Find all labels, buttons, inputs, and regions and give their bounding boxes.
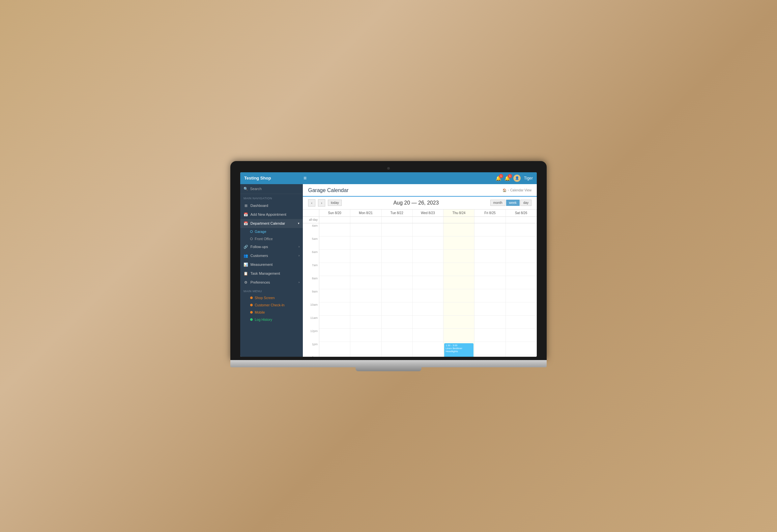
calendar-cell[interactable] bbox=[319, 250, 350, 263]
sidebar-item-add-appointment[interactable]: 📅 Add New Appointment bbox=[240, 210, 303, 219]
calendar-cell[interactable] bbox=[506, 276, 537, 289]
calendar-cell[interactable] bbox=[350, 289, 381, 302]
calendar-cell[interactable] bbox=[350, 329, 381, 342]
sidebar-item-customer-checkin[interactable]: Customer Check-In bbox=[240, 301, 303, 309]
calendar-cell[interactable] bbox=[381, 276, 413, 289]
sidebar-item-preferences[interactable]: ⚙ Preferences › bbox=[240, 278, 303, 287]
calendar-cell[interactable] bbox=[350, 315, 381, 329]
sidebar-item-dashboard[interactable]: ⊞ Dashboard bbox=[240, 201, 303, 210]
sidebar-item-measurement[interactable]: 📊 Measurement bbox=[240, 260, 303, 269]
calendar-cell[interactable] bbox=[319, 342, 350, 355]
calendar-cell[interactable] bbox=[319, 302, 350, 315]
sidebar-sub-item-garage[interactable]: Garage bbox=[240, 228, 303, 235]
calendar-cell[interactable] bbox=[413, 355, 444, 357]
week-view-button[interactable]: week bbox=[506, 200, 520, 206]
calendar-cell[interactable] bbox=[319, 289, 350, 302]
calendar-cell[interactable] bbox=[413, 315, 444, 329]
calendar-cell[interactable] bbox=[444, 223, 474, 237]
calendar-cell[interactable] bbox=[506, 342, 537, 355]
sidebar-item-log-history[interactable]: Log History bbox=[240, 316, 303, 323]
calendar-cell[interactable] bbox=[444, 263, 474, 276]
calendar-cell[interactable] bbox=[506, 289, 537, 302]
calendar-cell[interactable] bbox=[444, 315, 474, 329]
day-view-button[interactable]: day bbox=[520, 200, 532, 206]
sidebar-item-shop-screen[interactable]: Shop Screen bbox=[240, 294, 303, 301]
calendar-cell[interactable]: 1:30 - 3:00Linex Bedliner Headlights bbox=[444, 342, 474, 355]
calendar-cell[interactable] bbox=[474, 315, 506, 329]
calendar-cell[interactable] bbox=[319, 276, 350, 289]
calendar-cell[interactable] bbox=[444, 289, 474, 302]
calendar-cell[interactable] bbox=[350, 302, 381, 315]
calendar-cell[interactable] bbox=[413, 250, 444, 263]
calendar-cell[interactable] bbox=[413, 276, 444, 289]
calendar-cell[interactable] bbox=[413, 342, 444, 355]
calendar-cell[interactable] bbox=[413, 302, 444, 315]
sidebar-sub-item-front-office[interactable]: Front Office bbox=[240, 235, 303, 243]
calendar-cell[interactable] bbox=[474, 223, 506, 237]
calendar-cell[interactable] bbox=[444, 250, 474, 263]
calendar-cell[interactable] bbox=[319, 223, 350, 237]
calendar-cell[interactable] bbox=[350, 250, 381, 263]
calendar-cell[interactable] bbox=[506, 329, 537, 342]
calendar-cell[interactable] bbox=[506, 237, 537, 250]
hamburger-icon[interactable]: ≡ bbox=[304, 175, 307, 181]
sidebar-search[interactable]: 🔍 Search bbox=[240, 184, 303, 194]
calendar-cell[interactable] bbox=[319, 355, 350, 357]
calendar-cell[interactable] bbox=[474, 289, 506, 302]
calendar-cell[interactable] bbox=[381, 289, 413, 302]
calendar-cell[interactable] bbox=[381, 237, 413, 250]
calendar-cell[interactable] bbox=[444, 329, 474, 342]
calendar-cell[interactable] bbox=[506, 250, 537, 263]
sidebar-item-department-calendar[interactable]: 📅 Department Calendar ▾ bbox=[240, 219, 303, 228]
calendar-cell[interactable] bbox=[474, 329, 506, 342]
calendar-cell[interactable] bbox=[381, 302, 413, 315]
calendar-cell[interactable] bbox=[474, 355, 506, 357]
calendar-cell[interactable] bbox=[506, 302, 537, 315]
sidebar-item-mobile[interactable]: Mobile bbox=[240, 309, 303, 316]
calendar-cell[interactable] bbox=[506, 355, 537, 357]
calendar-cell[interactable] bbox=[506, 223, 537, 237]
calendar-cell[interactable] bbox=[350, 263, 381, 276]
calendar-cell[interactable] bbox=[444, 276, 474, 289]
calendar-cell[interactable] bbox=[474, 263, 506, 276]
calendar-cell[interactable] bbox=[506, 315, 537, 329]
today-button[interactable]: today bbox=[328, 200, 342, 206]
alert-icon[interactable]: 🔔 1 bbox=[505, 175, 510, 181]
calendar-cell[interactable] bbox=[413, 329, 444, 342]
avatar[interactable]: 👤 bbox=[514, 174, 521, 182]
calendar-cell[interactable] bbox=[350, 237, 381, 250]
calendar-cell[interactable] bbox=[319, 315, 350, 329]
calendar-cell[interactable] bbox=[350, 342, 381, 355]
calendar-cell[interactable] bbox=[413, 223, 444, 237]
calendar-cell[interactable] bbox=[381, 342, 413, 355]
calendar-cell[interactable] bbox=[319, 263, 350, 276]
calendar-cell[interactable] bbox=[350, 276, 381, 289]
calendar-cell[interactable] bbox=[413, 237, 444, 250]
month-view-button[interactable]: month bbox=[490, 200, 506, 206]
notification-bell-icon[interactable]: 🔔 1 bbox=[495, 175, 501, 181]
calendar-cell[interactable] bbox=[381, 329, 413, 342]
calendar-cell[interactable] bbox=[474, 342, 506, 355]
calendar-cell[interactable] bbox=[506, 263, 537, 276]
calendar-event[interactable]: 1:30 - 3:00Linex Bedliner Headlights bbox=[444, 343, 473, 357]
calendar-cell[interactable] bbox=[474, 250, 506, 263]
calendar-cell[interactable] bbox=[350, 223, 381, 237]
prev-button[interactable]: ‹ bbox=[308, 199, 315, 207]
calendar-cell[interactable] bbox=[444, 237, 474, 250]
calendar-cell[interactable] bbox=[413, 289, 444, 302]
sidebar-item-follow-ups[interactable]: 🔗 Follow-ups › bbox=[240, 243, 303, 251]
calendar-cell[interactable] bbox=[319, 329, 350, 342]
calendar-cell[interactable] bbox=[381, 223, 413, 237]
calendar-cell[interactable] bbox=[474, 302, 506, 315]
calendar-cell[interactable] bbox=[474, 237, 506, 250]
calendar-cell[interactable] bbox=[381, 263, 413, 276]
calendar-cell[interactable] bbox=[381, 250, 413, 263]
calendar-cell[interactable] bbox=[413, 263, 444, 276]
calendar-cell[interactable] bbox=[444, 302, 474, 315]
calendar-cell[interactable] bbox=[381, 355, 413, 357]
calendar-cell[interactable] bbox=[350, 355, 381, 357]
calendar-cell[interactable] bbox=[319, 237, 350, 250]
calendar-cell[interactable] bbox=[474, 276, 506, 289]
next-button[interactable]: › bbox=[318, 199, 325, 207]
sidebar-item-customers[interactable]: 👥 Customers › bbox=[240, 251, 303, 260]
